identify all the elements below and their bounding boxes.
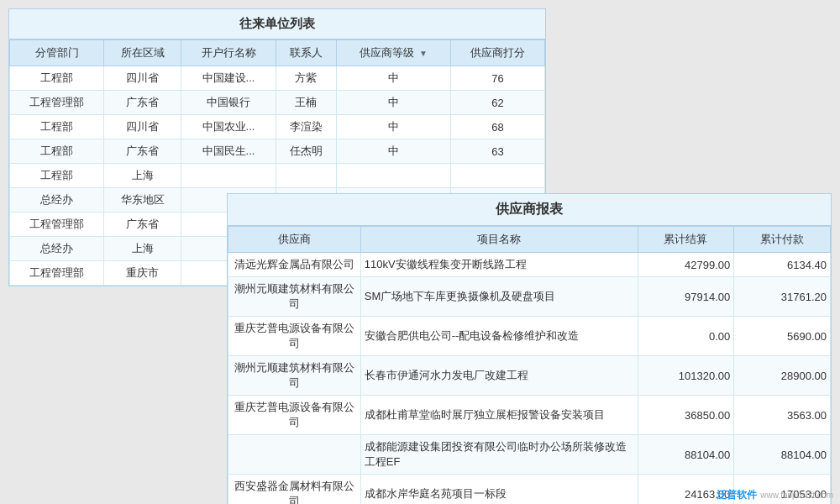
left-table-cell: 总经办 [10,188,104,213]
left-col-region[interactable]: 所在区域 [104,40,181,66]
right-table-cell: 36850.00 [638,396,734,435]
left-table-cell: 中国建设... [181,66,276,91]
left-table-cell: 四川省 [104,66,181,91]
left-table-cell: 68 [450,115,544,139]
left-table-cell: 中国农业... [181,115,276,139]
left-table-cell: 工程管理部 [10,261,104,286]
left-col-contact[interactable]: 联系人 [276,40,337,66]
left-table-cell: 王楠 [276,91,337,115]
right-table-cell: 97914.00 [638,277,734,317]
right-table-cell: 成都杜甫草堂临时展厅独立展柜报警设备安装项目 [360,396,638,435]
right-table-cell: 31761.20 [734,277,831,317]
right-table-cell: 88104.00 [734,435,831,475]
left-table-cell: 中 [337,139,451,164]
right-table-cell: 潮州元顺建筑材料有限公司 [228,356,361,396]
left-col-level[interactable]: 供应商等级 ▼ [337,40,451,66]
right-col-payment[interactable]: 累计付款 [734,227,831,253]
right-col-settlement[interactable]: 累计结算 [638,227,734,253]
main-container: 往来单位列表 分管部门 所在区域 开户行名称 联系人 供应商等级 ▼ 供应商打分… [0,0,840,504]
table-row[interactable]: 潮州元顺建筑材料有限公司SM广场地下车库更换摄像机及硬盘项目97914.0031… [228,277,831,317]
watermark-logo: 泛普软件 [717,488,757,502]
left-table-cell: 工程部 [10,66,104,91]
right-table-cell: 潮州元顺建筑材料有限公司 [228,277,361,317]
left-table-cell: 中国民生... [181,139,276,164]
table-row[interactable]: 潮州元顺建筑材料有限公司长春市伊通河水力发电厂改建工程101320.002890… [228,356,831,396]
table-row[interactable]: 清远光辉金属品有限公司110kV安徽线程集变开断线路工程42799.006134… [228,253,831,277]
right-table-cell: 重庆艺普电源设备有限公司 [228,317,361,356]
right-table-header-row: 供应商 项目名称 累计结算 累计付款 [228,227,831,253]
left-table-cell: 广东省 [104,139,181,164]
left-table-cell: 上海 [104,237,181,261]
right-table-cell: 3563.00 [734,396,831,435]
watermark-url: www.fanpusoft.com [760,491,833,500]
table-row[interactable]: 工程管理部广东省中国银行王楠中62 [10,91,545,115]
right-col-project[interactable]: 项目名称 [360,227,638,253]
right-table: 供应商 项目名称 累计结算 累计付款 清远光辉金属品有限公司110kV安徽线程集… [228,226,831,504]
table-row[interactable]: 工程部上海 [10,164,545,188]
right-table-cell: SM广场地下车库更换摄像机及硬盘项目 [360,277,638,317]
left-table-cell: 工程管理部 [10,91,104,115]
table-row[interactable]: 工程部四川省中国建设...方紫中76 [10,66,545,91]
left-table-cell: 重庆市 [104,261,181,286]
left-table-cell: 广东省 [104,91,181,115]
left-table-cell: 工程部 [10,164,104,188]
left-table-cell: 中 [337,91,451,115]
right-col-supplier[interactable]: 供应商 [228,227,361,253]
right-table-cell: 安徽合肥供电公司--配电设备检修维护和改造 [360,317,638,356]
left-table-cell: 李渲染 [276,115,337,139]
left-table-cell [337,164,451,188]
left-table-cell: 中国银行 [181,91,276,115]
right-table-title: 供应商报表 [228,194,831,226]
left-table-cell: 中 [337,115,451,139]
table-row[interactable]: 工程部广东省中国民生...任杰明中63 [10,139,545,164]
right-table-cell: 5690.00 [734,317,831,356]
left-table-cell: 76 [450,66,544,91]
right-table-cell: 西安盛器金属材料有限公司 [228,475,361,505]
right-table-cell: 长春市伊通河水力发电厂改建工程 [360,356,638,396]
left-table-cell: 工程管理部 [10,213,104,237]
left-table-cell: 工程部 [10,139,104,164]
left-col-dept[interactable]: 分管部门 [10,40,104,66]
right-table-cell: 成都水岸华庭名苑项目一标段 [360,475,638,505]
left-table-title: 往来单位列表 [9,9,545,39]
left-table-cell: 华东地区 [104,188,181,213]
right-table-cell: 88104.00 [638,435,734,475]
left-table-header-row: 分管部门 所在区域 开户行名称 联系人 供应商等级 ▼ 供应商打分 [10,40,545,66]
watermark: 泛普软件 www.fanpusoft.com [717,488,833,502]
left-col-bank[interactable]: 开户行名称 [181,40,276,66]
left-table-cell: 任杰明 [276,139,337,164]
left-table-cell: 四川省 [104,115,181,139]
left-col-score[interactable]: 供应商打分 [450,40,544,66]
left-table-cell: 63 [450,139,544,164]
right-table-cell: 清远光辉金属品有限公司 [228,253,361,277]
left-table-cell: 方紫 [276,66,337,91]
left-table-cell [450,164,544,188]
left-table-cell [181,164,276,188]
left-table-cell [276,164,337,188]
table-row[interactable]: 重庆艺普电源设备有限公司成都杜甫草堂临时展厅独立展柜报警设备安装项目36850.… [228,396,831,435]
left-table-cell: 62 [450,91,544,115]
right-table-cell [228,435,361,475]
table-row[interactable]: 成都能源建设集团投资有限公司临时办公场所装修改造工程EF88104.008810… [228,435,831,475]
table-row[interactable]: 工程部四川省中国农业...李渲染中68 [10,115,545,139]
left-table-cell: 上海 [104,164,181,188]
level-filter-icon[interactable]: ▼ [419,49,428,58]
left-table-cell: 中 [337,66,451,91]
left-table-cell: 总经办 [10,237,104,261]
right-table-cell: 101320.00 [638,356,734,396]
table-row[interactable]: 重庆艺普电源设备有限公司安徽合肥供电公司--配电设备检修维护和改造0.00569… [228,317,831,356]
right-table-cell: 6134.40 [734,253,831,277]
right-table-body: 清远光辉金属品有限公司110kV安徽线程集变开断线路工程42799.006134… [228,253,831,505]
right-table-cell: 成都能源建设集团投资有限公司临时办公场所装修改造工程EF [360,435,638,475]
left-table-cell: 工程部 [10,115,104,139]
right-table-wrapper: 供应商报表 供应商 项目名称 累计结算 累计付款 清远光辉金属品有限公司110k… [227,193,832,504]
right-table-cell: 28900.00 [734,356,831,396]
right-table-cell: 42799.00 [638,253,734,277]
right-table-cell: 110kV安徽线程集变开断线路工程 [360,253,638,277]
left-table-cell: 广东省 [104,213,181,237]
right-table-cell: 0.00 [638,317,734,356]
right-table-cell: 重庆艺普电源设备有限公司 [228,396,361,435]
